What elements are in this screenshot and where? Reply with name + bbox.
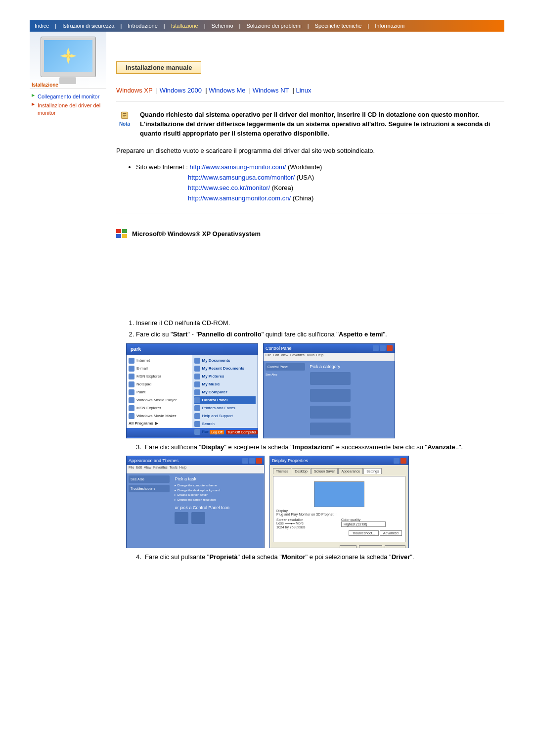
os-heading-text: Microsoft® Windows® XP Operativsystem bbox=[132, 230, 261, 237]
site-link-china[interactable]: http://www.samsungmonitor.com.cn/ bbox=[188, 194, 291, 202]
nav-specifiche[interactable]: Specifiche tecniche bbox=[312, 23, 365, 29]
step-3: 3. Fare clic sull'icona "Display" e sceg… bbox=[136, 442, 504, 452]
svg-rect-5 bbox=[122, 234, 127, 238]
site-link-worldwide[interactable]: http://www.samsung-monitor.com/ bbox=[189, 163, 286, 171]
os-link-current: Windows XP bbox=[116, 87, 152, 94]
thumb-caption: Istallazione bbox=[32, 82, 58, 88]
os-link-nt[interactable]: Windows NT bbox=[253, 87, 289, 94]
step-2: Fare clic su "Start" - "Pannello di cont… bbox=[136, 330, 504, 339]
appearance-screenshot: Appearance and Themes File Edit View Fav… bbox=[126, 456, 265, 548]
sidebar-link-installazione[interactable]: Installazione del driver del monitor bbox=[32, 101, 104, 117]
site-link-korea[interactable]: http://www.sec.co.kr/monitor/ bbox=[188, 184, 270, 191]
nav-indice[interactable]: Indice bbox=[32, 23, 52, 29]
top-navigation: Indice| Istruzioni di sicurezza| Introdu… bbox=[30, 20, 504, 32]
os-link-row: Windows XP | Windows 2000 | Windows Me |… bbox=[116, 87, 504, 94]
site-link-usa[interactable]: http://www.samsungusa.com/monitor/ bbox=[188, 174, 295, 181]
divider bbox=[116, 101, 504, 101]
sidebar: Istallazione Collegamento del monitor In… bbox=[30, 32, 106, 566]
screenshot-row-1: park Internet E-mail MSN Explorer Notepa… bbox=[126, 343, 504, 438]
step-1: Inserire il CD nell'unità CD-ROM. bbox=[136, 318, 504, 328]
site-region: (USA) bbox=[297, 174, 314, 181]
site-region: (Worldwide) bbox=[288, 163, 322, 171]
steps-list: Inserire il CD nell'unità CD-ROM. Fare c… bbox=[116, 318, 504, 339]
svg-rect-4 bbox=[116, 234, 121, 238]
note-text: Quando richiesto dal sistema operativo p… bbox=[140, 110, 504, 139]
startmenu-screenshot: park Internet E-mail MSN Explorer Notepa… bbox=[126, 343, 258, 438]
site-region: (Korea) bbox=[272, 184, 293, 191]
sidebar-link-collegamento[interactable]: Collegamento del monitor bbox=[32, 92, 104, 101]
site-region: (China) bbox=[293, 194, 314, 202]
svg-rect-3 bbox=[122, 229, 127, 233]
svg-rect-2 bbox=[116, 229, 121, 233]
section-banner: Installazione manuale bbox=[116, 61, 201, 74]
nav-soluzione[interactable]: Soluzione dei problemi bbox=[243, 23, 304, 29]
site-label: Sito web Internet : bbox=[136, 163, 188, 171]
monitor-thumbnail: Istallazione bbox=[30, 32, 106, 89]
note-block: Nota Quando richiesto dal sistema operat… bbox=[116, 110, 504, 139]
os-link-linux[interactable]: Linux bbox=[296, 87, 312, 94]
controlpanel-screenshot: Control Panel File Edit View Favorites T… bbox=[263, 343, 395, 438]
os-link-me[interactable]: Windows Me bbox=[209, 87, 245, 94]
note-label: Nota bbox=[116, 121, 133, 127]
prepare-text: Preparare un dischetto vuoto e scaricare… bbox=[116, 146, 504, 156]
nav-informazioni[interactable]: Informazioni bbox=[372, 23, 407, 29]
os-link-2000[interactable]: Windows 2000 bbox=[160, 87, 202, 94]
step-4: 4. Fare clic sul pulsante "Proprietà" de… bbox=[136, 552, 504, 562]
nav-introduzione[interactable]: Introduzione bbox=[125, 23, 161, 29]
note-icon bbox=[120, 110, 130, 120]
screenshot-row-2: Appearance and Themes File Edit View Fav… bbox=[126, 456, 504, 548]
flower-icon bbox=[58, 46, 78, 66]
main-content: Installazione manuale Windows XP | Windo… bbox=[106, 32, 504, 566]
nav-schermo[interactable]: Schermo bbox=[209, 23, 236, 29]
nav-istallazione[interactable]: Istallazione bbox=[168, 23, 201, 29]
display-properties-screenshot: Display Properties Themes Desktop Screen… bbox=[269, 456, 409, 548]
windows-icon bbox=[116, 229, 128, 239]
os-heading: Microsoft® Windows® XP Operativsystem bbox=[116, 229, 504, 239]
site-list-item: Sito web Internet : http://www.samsung-m… bbox=[136, 162, 504, 203]
nav-istruzioni[interactable]: Istruzioni di sicurezza bbox=[59, 23, 117, 29]
divider bbox=[116, 214, 504, 214]
